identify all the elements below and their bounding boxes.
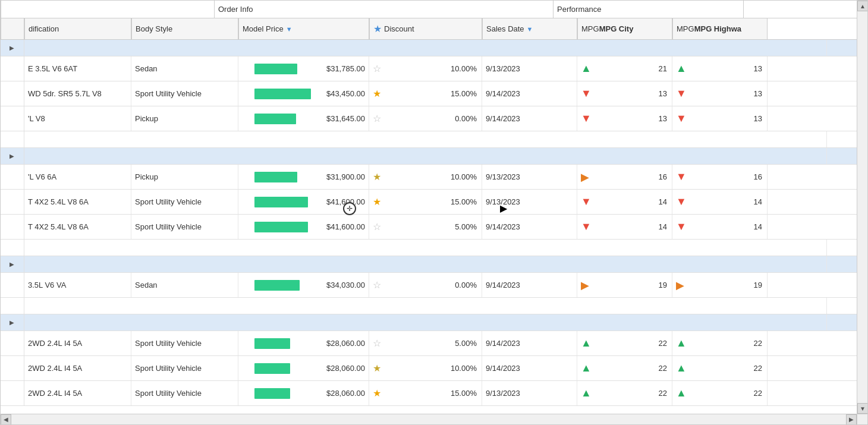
mpg-city-cell: ▼ 13 <box>577 81 672 106</box>
group-label-cell <box>24 148 827 164</box>
mpg-highway-arrow: ▼ <box>676 171 687 183</box>
discount-star-icon: ★ <box>373 23 382 34</box>
expand-arrow-icon: ▶ <box>10 319 14 326</box>
modification-cell: T 4X2 5.4L V8 6A <box>24 190 131 214</box>
price-bar-container <box>254 280 314 291</box>
star-icon: ★ <box>373 388 381 398</box>
rows-container: ▶ E 3.5L V6 6AT Sedan $31,785.00 ☆ 10.00… <box>1 40 867 415</box>
mpg-highway-value: 19 <box>744 281 762 289</box>
header-expand-col <box>1 18 24 39</box>
model-price-cell: $34,030.00 <box>238 273 369 297</box>
mpg-highway-arrow: ▲ <box>676 362 687 374</box>
separator-row <box>1 298 867 314</box>
expand-arrow-icon: ▶ <box>10 45 14 51</box>
star-icon: ☆ <box>373 114 381 124</box>
mpg-highway-cell: ▲ 13 <box>672 56 768 81</box>
sales-date-cell: 9/14/2023 <box>482 356 577 380</box>
sep-expand <box>1 240 24 256</box>
modification-cell: 'L V8 <box>24 106 131 131</box>
horizontal-scrollbar[interactable]: ◀ ▶ <box>1 414 857 424</box>
arrow-down-icon: ▼ <box>676 171 687 182</box>
sales-date-cell: 9/14/2023 <box>482 106 577 131</box>
sep-expand <box>1 298 24 314</box>
mpg-city-arrow: ▲ <box>581 62 592 75</box>
discount-cell: ☆ 5.00% <box>369 215 482 239</box>
body-style-cell: Sport Utility Vehicle <box>131 331 238 355</box>
price-bar <box>254 114 296 124</box>
group-expand-cell[interactable]: ▶ <box>1 148 24 164</box>
vertical-scrollbar[interactable]: ▲ ▼ <box>857 1 867 414</box>
table-row: E 3.5L V6 6AT Sedan $31,785.00 ☆ 10.00% … <box>1 56 867 81</box>
group-row: ▶ <box>1 256 867 273</box>
arrow-down-icon: ▼ <box>676 196 687 207</box>
mpg-highway-arrow: ▲ <box>676 62 687 75</box>
sales-date-cell: 9/13/2023 <box>482 165 577 189</box>
discount-value: 10.00% <box>441 64 477 73</box>
star-icon: ☆ <box>373 338 381 348</box>
expand-arrow-icon: ▶ <box>10 153 14 159</box>
sales-date-filter-icon[interactable]: ▼ <box>527 26 533 33</box>
discount-star: ★ <box>373 363 383 374</box>
star-icon: ☆ <box>373 64 381 74</box>
mpg-city-value: 19 <box>649 281 667 289</box>
body-style-cell: Sport Utility Vehicle <box>131 190 238 214</box>
scroll-up-btn[interactable]: ▲ <box>857 1 868 11</box>
row-indent <box>1 381 24 405</box>
mpg-highway-arrow: ▼ <box>676 87 687 100</box>
performance-label: Performance <box>557 5 601 14</box>
mpg-city-cell: ▲ 21 <box>577 56 672 81</box>
price-value: $41,600.00 <box>317 197 365 206</box>
discount-cell: ☆ 0.00% <box>369 106 482 131</box>
star-icon: ★ <box>373 89 381 99</box>
group-row: ▶ <box>1 40 867 56</box>
group-expand-cell[interactable]: ▶ <box>1 40 24 56</box>
model-price-filter-icon[interactable]: ▼ <box>286 26 293 33</box>
scroll-h-track[interactable] <box>11 414 846 424</box>
price-bar <box>254 64 297 74</box>
expand-arrow-icon: ▶ <box>10 261 14 267</box>
header-col-row: dification Body Style Model Price ▼ ★ Di… <box>1 18 867 40</box>
body-style-cell: Sport Utility Vehicle <box>131 356 238 380</box>
table-row: 2WD 2.4L I4 5A Sport Utility Vehicle $28… <box>1 381 867 406</box>
arrow-up-icon: ▲ <box>676 362 687 374</box>
star-icon: ☆ <box>373 222 381 232</box>
price-bar-container <box>254 114 314 124</box>
mpg-city-cell: ▼ 14 <box>577 215 672 239</box>
price-value: $31,645.00 <box>317 114 365 123</box>
scroll-right-btn[interactable]: ▶ <box>846 414 857 425</box>
mpg-city-arrow: ▶ <box>581 279 589 292</box>
body-style-cell: Sedan <box>131 56 238 81</box>
mpg-city-cell: ▶ 16 <box>577 165 672 189</box>
mpg-city-cell: ▲ 22 <box>577 356 672 380</box>
group-label-cell <box>24 314 827 330</box>
discount-value: 10.00% <box>441 172 477 181</box>
group-expand-cell[interactable]: ▶ <box>1 256 24 272</box>
group-row: ▶ <box>1 314 867 331</box>
price-value: $31,900.00 <box>317 172 365 181</box>
header-mpg-city: MPG MPG City <box>577 18 672 39</box>
row-indent <box>1 356 24 380</box>
discount-value: 5.00% <box>441 222 477 231</box>
arrow-up-icon: ▲ <box>581 387 592 399</box>
arrow-down-icon: ▼ <box>676 87 687 99</box>
mpg-city-cell: ▲ 22 <box>577 331 672 355</box>
header-group-row: Order Info Performance <box>1 1 867 18</box>
sep-cell <box>24 298 827 314</box>
discount-cell: ★ 15.00% <box>369 190 482 214</box>
mpg-highway-value: 14 <box>744 222 762 231</box>
group-expand-cell[interactable]: ▶ <box>1 314 24 330</box>
mpg-city-cell: ▼ 14 <box>577 190 672 214</box>
scroll-down-btn[interactable]: ▼ <box>857 403 868 414</box>
header-discount: ★ Discount <box>369 18 482 39</box>
row-indent <box>1 106 24 131</box>
scroll-v-track[interactable] <box>857 11 867 403</box>
modification-cell: 2WD 2.4L I4 5A <box>24 381 131 405</box>
group-row: ▶ <box>1 148 867 165</box>
discount-star: ☆ <box>373 338 383 349</box>
mpg-highway-value: 13 <box>744 89 762 98</box>
model-price-cell: $41,600.00 <box>238 190 369 214</box>
scroll-left-btn[interactable]: ◀ <box>1 414 11 425</box>
modification-cell: 2WD 2.4L I4 5A <box>24 356 131 380</box>
sales-date-cell: 9/14/2023 <box>482 215 577 239</box>
model-price-cell: $31,785.00 <box>238 56 369 81</box>
